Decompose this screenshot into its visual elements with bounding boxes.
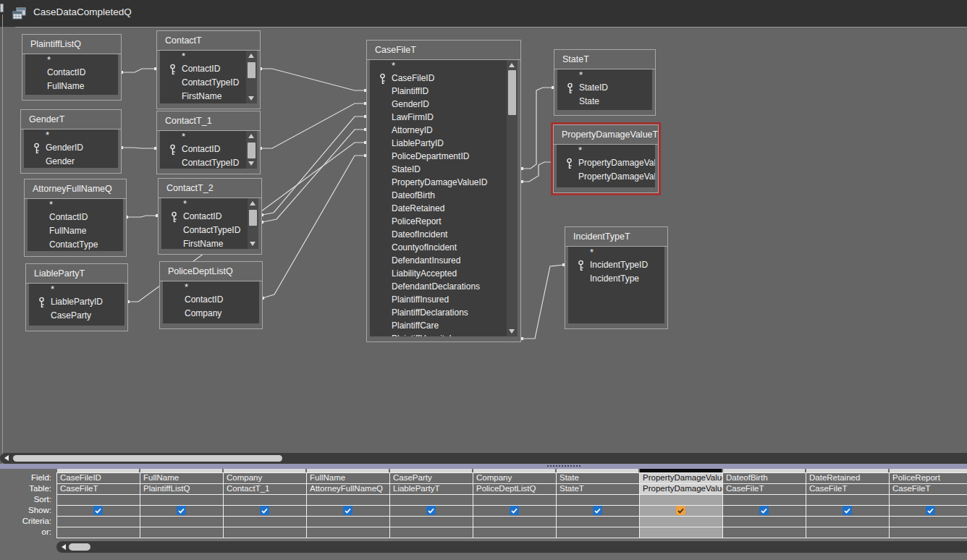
asterisk-row[interactable]: * [557, 69, 652, 81]
table-title[interactable]: LiablePartyT [26, 264, 127, 284]
field-row-PlaintiffInsured[interactable]: PlaintiffInsured [370, 293, 518, 306]
field-row-StateID[interactable]: StateID [557, 81, 652, 95]
table-box-LiablePartyT[interactable]: LiablePartyT*LiablePartyIDCaseParty [25, 263, 128, 331]
grid-cell-or[interactable] [56, 527, 140, 538]
grid-cell-criteria[interactable] [806, 516, 889, 527]
field-row-GenderID[interactable]: GenderID [24, 141, 118, 155]
grid-cell-table[interactable]: PoliceDeptListQ [473, 483, 556, 494]
grid-cell-sort[interactable] [722, 494, 806, 505]
grid-cell-table[interactable]: LiablePartyT [389, 483, 473, 494]
table-box-CaseFileT[interactable]: CaseFileT*CaseFileIDPlaintiffIDGenderIDL… [366, 40, 521, 342]
scroll-down-icon[interactable] [248, 96, 254, 101]
field-row-ContactTypeID[interactable]: ContactTypeID [161, 224, 258, 237]
grid-cell-sort[interactable] [56, 494, 140, 505]
field-row-PlaintiffID[interactable]: PlaintiffID [370, 85, 518, 98]
field-row-State[interactable]: State [557, 95, 652, 109]
grid-cell-or[interactable] [889, 527, 967, 538]
show-checkbox[interactable] [343, 506, 352, 515]
field-row-DateofIncident[interactable]: DateofIncident [370, 228, 518, 241]
table-title[interactable]: ContactT_1 [157, 111, 260, 131]
grid-cell-sort[interactable] [473, 494, 556, 505]
field-row-LiabilityAccepted[interactable]: LiabilityAccepted [370, 267, 518, 280]
field-row-DateofBirth[interactable]: DateofBirth [370, 189, 518, 202]
grid-cell-field[interactable]: FullName [306, 472, 389, 483]
scroll-down-icon[interactable] [509, 329, 515, 334]
scroll-down-icon[interactable] [248, 161, 254, 166]
table-title[interactable]: IncidentTypeT [565, 227, 667, 247]
table-scrollbar[interactable] [248, 198, 258, 249]
table-title[interactable]: StateT [554, 50, 655, 69]
field-row-FullName[interactable]: FullName [28, 224, 123, 238]
grid-cell-or[interactable] [556, 527, 639, 538]
grid-cell-field[interactable]: Company [473, 472, 556, 483]
asterisk-row[interactable]: * [557, 145, 655, 156]
show-checkbox[interactable] [93, 506, 103, 515]
scroll-up-icon[interactable] [248, 54, 254, 58]
grid-cell-or[interactable] [306, 527, 389, 538]
field-row-PropertyDamageValueID[interactable]: PropertyDamageValueID [557, 156, 655, 170]
grid-cell-field[interactable]: DateofBirth [722, 472, 806, 483]
grid-cell-table[interactable]: AttorneyFullNameQ [306, 483, 389, 494]
field-row-PlaintiffDeclarations[interactable]: PlaintiffDeclarations [370, 306, 518, 319]
table-scrollbar[interactable] [246, 51, 257, 103]
design-hscrollbar[interactable] [0, 453, 967, 464]
field-row-DefendantDeclarations[interactable]: DefendantDeclarations [370, 280, 518, 293]
field-row-Company[interactable]: Company [163, 307, 259, 321]
field-row-StateID[interactable]: StateID [370, 163, 518, 176]
field-row-ContactID[interactable]: ContactID [161, 210, 258, 224]
grid-hscroll-thumb[interactable] [69, 543, 90, 551]
field-row-ContactType[interactable]: ContactType [28, 238, 123, 251]
field-row-Gender[interactable]: Gender [24, 155, 118, 168]
grid-cell-sort[interactable] [306, 494, 389, 505]
grid-cell-sort[interactable] [889, 494, 967, 505]
grid-cell-criteria[interactable] [889, 516, 967, 527]
asterisk-row[interactable]: * [568, 247, 664, 258]
grid-cell-or[interactable] [140, 527, 223, 538]
table-box-IncidentTypeT[interactable]: IncidentTypeT*IncidentTypeIDIncidentType [565, 226, 668, 329]
scroll-left-icon[interactable] [4, 455, 9, 461]
table-title[interactable]: PlaintiffListQ [22, 35, 121, 54]
grid-cell-field[interactable]: PoliceReport [889, 472, 967, 483]
show-checkbox[interactable] [177, 506, 186, 515]
grid-cell-criteria[interactable] [639, 516, 722, 527]
table-title[interactable]: PoliceDeptListQ [160, 262, 262, 281]
field-row-DefendantInsured[interactable]: DefendantInsured [370, 254, 518, 267]
table-title[interactable]: ContactT_2 [159, 179, 261, 198]
asterisk-row[interactable]: * [25, 54, 118, 66]
scroll-thumb[interactable] [249, 210, 257, 226]
grid-cell-table[interactable]: StateT [556, 483, 639, 494]
grid-cell-table[interactable]: PlaintiffListQ [140, 483, 223, 494]
grid-cell-table[interactable]: ContactT_1 [223, 483, 306, 494]
field-row-ContactTypeID[interactable]: ContactTypeID [160, 156, 257, 169]
scroll-up-icon[interactable] [248, 134, 254, 138]
asterisk-row[interactable]: * [161, 198, 258, 210]
table-title[interactable]: GenderT [21, 110, 121, 130]
field-row-IncidentTypeID[interactable]: IncidentTypeID [568, 258, 664, 272]
show-checkbox[interactable] [926, 506, 935, 515]
field-row-ContactTypeID[interactable]: ContactTypeID [160, 76, 257, 90]
table-box-ContactT[interactable]: ContactT*ContactIDContactTypeIDFirstName [156, 30, 261, 109]
field-row-PropertyDamageValueID[interactable]: PropertyDamageValueID [370, 176, 518, 189]
field-row-ContactID[interactable]: ContactID [25, 66, 118, 80]
grid-cell-table[interactable]: PropertyDamageValueT [639, 483, 722, 494]
grid-cell-or[interactable] [722, 527, 806, 538]
field-row-ContactID[interactable]: ContactID [28, 211, 123, 224]
grid-cell-field[interactable]: State [556, 472, 639, 483]
grid-cell-table[interactable]: CaseFileT [722, 483, 806, 494]
field-row-DateRetained[interactable]: DateRetained [370, 202, 518, 215]
show-checkbox[interactable] [426, 506, 436, 515]
scroll-up-icon[interactable] [250, 201, 256, 205]
scroll-thumb[interactable] [248, 143, 256, 158]
grid-cell-or[interactable] [389, 527, 473, 538]
field-row-ContactID[interactable]: ContactID [163, 293, 259, 307]
grid-cell-criteria[interactable] [556, 516, 639, 527]
grid-cell-or[interactable] [806, 527, 889, 538]
field-row-FirstName[interactable]: FirstName [161, 237, 258, 249]
asterisk-row[interactable]: * [160, 131, 257, 143]
table-title[interactable]: AttorneyFullNameQ [25, 179, 126, 199]
table-box-ContactT_1[interactable]: ContactT_1*ContactIDContactTypeID [156, 111, 261, 174]
table-box-GenderT[interactable]: GenderT*GenderIDGender [20, 109, 122, 174]
asterisk-row[interactable]: * [29, 284, 124, 295]
scroll-thumb[interactable] [248, 62, 256, 78]
field-row-ContactID[interactable]: ContactID [160, 62, 257, 76]
